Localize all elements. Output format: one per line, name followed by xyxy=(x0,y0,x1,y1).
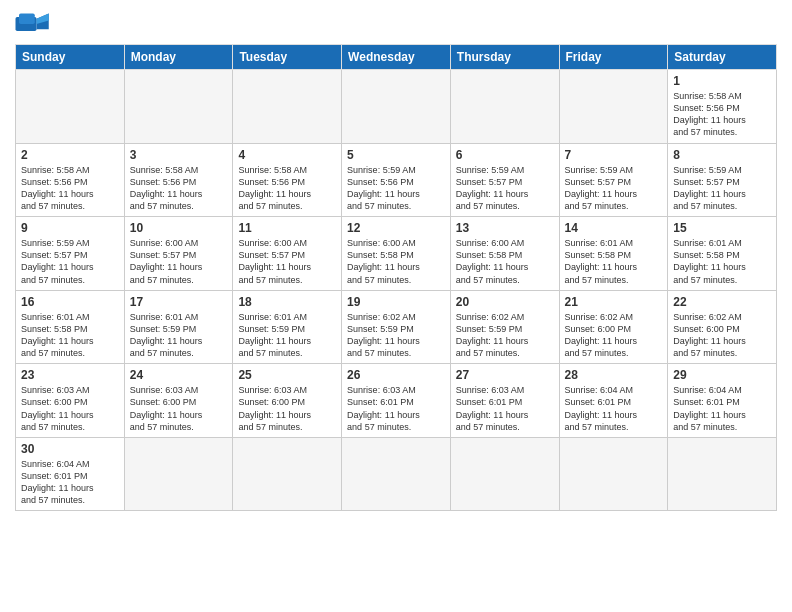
svg-rect-1 xyxy=(19,14,35,25)
day-info: Sunrise: 6:02 AMSunset: 5:59 PMDaylight:… xyxy=(347,311,445,360)
col-header-wednesday: Wednesday xyxy=(342,45,451,70)
day-cell xyxy=(668,437,777,511)
day-cell xyxy=(450,70,559,144)
day-cell: 18Sunrise: 6:01 AMSunset: 5:59 PMDayligh… xyxy=(233,290,342,364)
day-info: Sunrise: 5:59 AMSunset: 5:57 PMDaylight:… xyxy=(673,164,771,213)
col-header-tuesday: Tuesday xyxy=(233,45,342,70)
day-info: Sunrise: 6:00 AMSunset: 5:58 PMDaylight:… xyxy=(456,237,554,286)
day-info: Sunrise: 5:58 AMSunset: 5:56 PMDaylight:… xyxy=(238,164,336,213)
day-info: Sunrise: 6:01 AMSunset: 5:58 PMDaylight:… xyxy=(21,311,119,360)
day-info: Sunrise: 5:59 AMSunset: 5:57 PMDaylight:… xyxy=(456,164,554,213)
day-info: Sunrise: 6:00 AMSunset: 5:58 PMDaylight:… xyxy=(347,237,445,286)
day-info: Sunrise: 6:04 AMSunset: 6:01 PMDaylight:… xyxy=(21,458,119,507)
day-info: Sunrise: 6:01 AMSunset: 5:58 PMDaylight:… xyxy=(673,237,771,286)
day-cell xyxy=(450,437,559,511)
week-row-2: 2Sunrise: 5:58 AMSunset: 5:56 PMDaylight… xyxy=(16,143,777,217)
col-header-friday: Friday xyxy=(559,45,668,70)
day-info: Sunrise: 6:02 AMSunset: 5:59 PMDaylight:… xyxy=(456,311,554,360)
day-number: 19 xyxy=(347,295,445,309)
day-number: 26 xyxy=(347,368,445,382)
day-info: Sunrise: 5:59 AMSunset: 5:57 PMDaylight:… xyxy=(21,237,119,286)
day-info: Sunrise: 5:59 AMSunset: 5:56 PMDaylight:… xyxy=(347,164,445,213)
col-header-thursday: Thursday xyxy=(450,45,559,70)
day-number: 4 xyxy=(238,148,336,162)
day-number: 9 xyxy=(21,221,119,235)
day-cell: 21Sunrise: 6:02 AMSunset: 6:00 PMDayligh… xyxy=(559,290,668,364)
day-info: Sunrise: 6:02 AMSunset: 6:00 PMDaylight:… xyxy=(565,311,663,360)
day-cell: 13Sunrise: 6:00 AMSunset: 5:58 PMDayligh… xyxy=(450,217,559,291)
day-cell: 9Sunrise: 5:59 AMSunset: 5:57 PMDaylight… xyxy=(16,217,125,291)
day-info: Sunrise: 6:03 AMSunset: 6:00 PMDaylight:… xyxy=(21,384,119,433)
day-number: 17 xyxy=(130,295,228,309)
day-cell xyxy=(233,70,342,144)
day-cell xyxy=(559,437,668,511)
day-info: Sunrise: 5:58 AMSunset: 5:56 PMDaylight:… xyxy=(673,90,771,139)
header-row: SundayMondayTuesdayWednesdayThursdayFrid… xyxy=(16,45,777,70)
day-number: 24 xyxy=(130,368,228,382)
day-number: 6 xyxy=(456,148,554,162)
day-cell xyxy=(233,437,342,511)
day-number: 20 xyxy=(456,295,554,309)
logo-icon xyxy=(15,10,51,38)
day-number: 12 xyxy=(347,221,445,235)
day-number: 25 xyxy=(238,368,336,382)
week-row-5: 23Sunrise: 6:03 AMSunset: 6:00 PMDayligh… xyxy=(16,364,777,438)
day-info: Sunrise: 6:01 AMSunset: 5:59 PMDaylight:… xyxy=(130,311,228,360)
week-row-1: 1Sunrise: 5:58 AMSunset: 5:56 PMDaylight… xyxy=(16,70,777,144)
day-cell: 14Sunrise: 6:01 AMSunset: 5:58 PMDayligh… xyxy=(559,217,668,291)
day-cell: 16Sunrise: 6:01 AMSunset: 5:58 PMDayligh… xyxy=(16,290,125,364)
day-info: Sunrise: 6:03 AMSunset: 6:01 PMDaylight:… xyxy=(456,384,554,433)
day-info: Sunrise: 6:03 AMSunset: 6:00 PMDaylight:… xyxy=(130,384,228,433)
day-number: 22 xyxy=(673,295,771,309)
week-row-6: 30Sunrise: 6:04 AMSunset: 6:01 PMDayligh… xyxy=(16,437,777,511)
day-cell: 5Sunrise: 5:59 AMSunset: 5:56 PMDaylight… xyxy=(342,143,451,217)
day-number: 8 xyxy=(673,148,771,162)
day-number: 27 xyxy=(456,368,554,382)
day-cell: 10Sunrise: 6:00 AMSunset: 5:57 PMDayligh… xyxy=(124,217,233,291)
day-info: Sunrise: 5:58 AMSunset: 5:56 PMDaylight:… xyxy=(21,164,119,213)
day-cell xyxy=(342,70,451,144)
col-header-sunday: Sunday xyxy=(16,45,125,70)
day-cell: 25Sunrise: 6:03 AMSunset: 6:00 PMDayligh… xyxy=(233,364,342,438)
day-number: 3 xyxy=(130,148,228,162)
day-number: 21 xyxy=(565,295,663,309)
logo xyxy=(15,10,55,38)
col-header-saturday: Saturday xyxy=(668,45,777,70)
day-number: 23 xyxy=(21,368,119,382)
day-info: Sunrise: 6:00 AMSunset: 5:57 PMDaylight:… xyxy=(238,237,336,286)
col-header-monday: Monday xyxy=(124,45,233,70)
day-cell: 2Sunrise: 5:58 AMSunset: 5:56 PMDaylight… xyxy=(16,143,125,217)
day-number: 30 xyxy=(21,442,119,456)
day-cell: 29Sunrise: 6:04 AMSunset: 6:01 PMDayligh… xyxy=(668,364,777,438)
day-cell: 26Sunrise: 6:03 AMSunset: 6:01 PMDayligh… xyxy=(342,364,451,438)
day-cell: 27Sunrise: 6:03 AMSunset: 6:01 PMDayligh… xyxy=(450,364,559,438)
day-cell: 12Sunrise: 6:00 AMSunset: 5:58 PMDayligh… xyxy=(342,217,451,291)
day-info: Sunrise: 6:04 AMSunset: 6:01 PMDaylight:… xyxy=(565,384,663,433)
day-info: Sunrise: 6:03 AMSunset: 6:00 PMDaylight:… xyxy=(238,384,336,433)
day-cell xyxy=(559,70,668,144)
day-cell: 3Sunrise: 5:58 AMSunset: 5:56 PMDaylight… xyxy=(124,143,233,217)
day-cell xyxy=(16,70,125,144)
day-number: 11 xyxy=(238,221,336,235)
day-info: Sunrise: 6:01 AMSunset: 5:59 PMDaylight:… xyxy=(238,311,336,360)
day-cell: 11Sunrise: 6:00 AMSunset: 5:57 PMDayligh… xyxy=(233,217,342,291)
day-cell xyxy=(124,437,233,511)
day-cell: 1Sunrise: 5:58 AMSunset: 5:56 PMDaylight… xyxy=(668,70,777,144)
day-number: 5 xyxy=(347,148,445,162)
day-number: 28 xyxy=(565,368,663,382)
day-info: Sunrise: 5:59 AMSunset: 5:57 PMDaylight:… xyxy=(565,164,663,213)
day-number: 16 xyxy=(21,295,119,309)
calendar-table: SundayMondayTuesdayWednesdayThursdayFrid… xyxy=(15,44,777,511)
day-info: Sunrise: 6:03 AMSunset: 6:01 PMDaylight:… xyxy=(347,384,445,433)
day-number: 13 xyxy=(456,221,554,235)
day-cell: 23Sunrise: 6:03 AMSunset: 6:00 PMDayligh… xyxy=(16,364,125,438)
day-info: Sunrise: 5:58 AMSunset: 5:56 PMDaylight:… xyxy=(130,164,228,213)
page-header xyxy=(15,10,777,38)
day-cell: 30Sunrise: 6:04 AMSunset: 6:01 PMDayligh… xyxy=(16,437,125,511)
day-cell: 20Sunrise: 6:02 AMSunset: 5:59 PMDayligh… xyxy=(450,290,559,364)
day-cell: 19Sunrise: 6:02 AMSunset: 5:59 PMDayligh… xyxy=(342,290,451,364)
day-info: Sunrise: 6:00 AMSunset: 5:57 PMDaylight:… xyxy=(130,237,228,286)
week-row-3: 9Sunrise: 5:59 AMSunset: 5:57 PMDaylight… xyxy=(16,217,777,291)
day-info: Sunrise: 6:02 AMSunset: 6:00 PMDaylight:… xyxy=(673,311,771,360)
day-number: 29 xyxy=(673,368,771,382)
